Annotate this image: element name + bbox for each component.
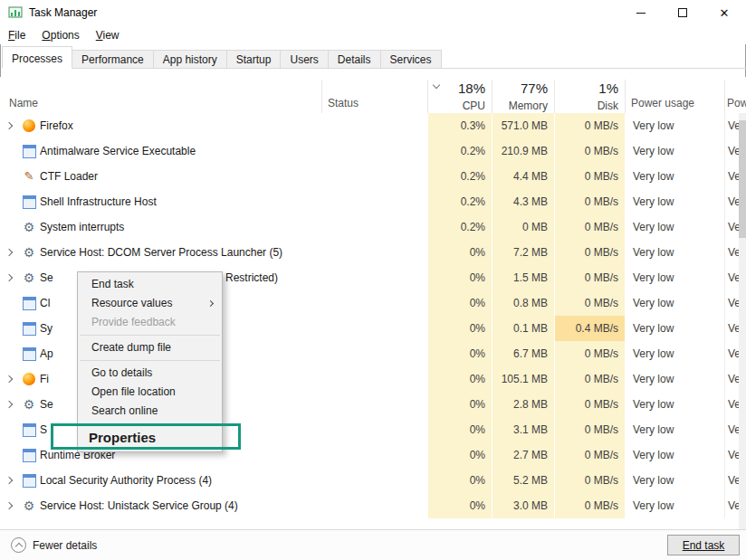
- collapse-details-icon[interactable]: [11, 537, 26, 553]
- table-row[interactable]: Service Host: Unistack Service Group (4)…: [0, 493, 739, 518]
- power-usage-cell: Very low: [625, 417, 724, 442]
- context-menu-item-label: Provide feedback: [91, 316, 176, 328]
- context-menu-item-label: Open file location: [91, 385, 176, 398]
- disk-cell: 0 MB/s: [554, 214, 625, 240]
- menu-options[interactable]: Options: [33, 27, 87, 43]
- status-cell: [321, 138, 427, 164]
- column-header-power-usage-trend[interactable]: Pow: [727, 97, 746, 109]
- cpu-cell: 0%: [427, 366, 492, 392]
- table-row[interactable]: Shell Infrastructure Host0.2%4.3 MB0 MB/…: [0, 189, 739, 214]
- window-icon: [18, 290, 40, 316]
- power-usage-cell: Very low: [625, 240, 724, 265]
- expand-chevron-icon[interactable]: [0, 113, 18, 138]
- status-cell: [321, 113, 427, 138]
- table-row[interactable]: Local Security Authority Process (4)0%5.…: [0, 468, 739, 493]
- context-menu-item-search-online[interactable]: Search online: [78, 402, 222, 421]
- status-cell: [321, 417, 427, 442]
- table-row[interactable]: CTF Loader0.2%4.4 MB0 MB/sVery lowVe: [0, 164, 739, 189]
- scrollbar-thumb[interactable]: [739, 120, 746, 238]
- memory-label: Memory: [492, 100, 548, 112]
- column-header-memory[interactable]: 77% Memory: [492, 81, 548, 112]
- firefox-icon: [18, 366, 40, 392]
- end-task-button[interactable]: End task: [667, 535, 740, 555]
- context-menu-item-create-dump-file[interactable]: Create dump file: [78, 338, 222, 357]
- expand-chevron-icon[interactable]: [0, 265, 18, 290]
- column-header-disk[interactable]: 1% Disk: [554, 81, 618, 112]
- context-menu-item-resource-values[interactable]: Resource values: [78, 294, 222, 313]
- memory-cell: 4.4 MB: [492, 164, 554, 189]
- window-icon: [18, 138, 40, 164]
- status-cell: [321, 493, 427, 518]
- fewer-details-toggle[interactable]: Fewer details: [33, 539, 97, 552]
- submenu-chevron-icon: [207, 300, 214, 307]
- minimize-button[interactable]: [620, 0, 662, 25]
- tab-details[interactable]: Details: [328, 50, 381, 69]
- vertical-scrollbar[interactable]: [739, 113, 746, 529]
- disk-cell: 0 MB/s: [554, 366, 625, 392]
- expand-chevron-icon[interactable]: [0, 392, 18, 417]
- context-menu-item-open-file-location[interactable]: Open file location: [78, 383, 222, 402]
- tab-users[interactable]: Users: [280, 50, 328, 69]
- expand-chevron-icon[interactable]: [0, 366, 18, 392]
- memory-total-percent: 77%: [492, 81, 548, 96]
- cpu-cell: 0%: [427, 290, 492, 316]
- disk-cell: 0 MB/s: [554, 189, 625, 214]
- column-header-status[interactable]: Status: [328, 97, 359, 109]
- context-menu-item-end-task[interactable]: End task: [78, 275, 222, 294]
- column-header-cpu[interactable]: 18% CPU: [427, 81, 485, 112]
- expand-chevron-icon[interactable]: [0, 468, 18, 493]
- chevron-spacer: [0, 341, 18, 366]
- context-menu-item-properties[interactable]: Properties: [78, 427, 222, 449]
- gear-icon: [18, 493, 40, 518]
- table-row[interactable]: Antimalware Service Executable0.2%210.9 …: [0, 138, 739, 164]
- expand-chevron-icon[interactable]: [0, 240, 18, 265]
- process-name: Service Host: Unistack Service Group (4): [40, 493, 321, 518]
- table-row[interactable]: System interrupts0.2%0 MB0 MB/sVery lowV…: [0, 214, 739, 240]
- task-manager-icon: [8, 5, 23, 20]
- context-menu-item-label: Search online: [91, 404, 158, 417]
- menu-file[interactable]: File: [0, 27, 33, 43]
- table-row[interactable]: Service Host: DCOM Server Process Launch…: [0, 240, 739, 265]
- close-button[interactable]: ✕: [703, 0, 745, 25]
- menu-view[interactable]: View: [88, 27, 128, 43]
- memory-cell: 210.9 MB: [492, 138, 554, 164]
- memory-cell: 3.0 MB: [492, 493, 554, 518]
- table-row[interactable]: Firefox0.3%571.0 MB0 MB/sVery lowVe: [0, 113, 739, 138]
- memory-cell: 7.2 MB: [492, 240, 554, 265]
- title-bar: Task Manager ✕: [0, 0, 746, 25]
- status-cell: [321, 468, 427, 493]
- context-menu-item-provide-feedback: Provide feedback: [78, 313, 222, 332]
- chevron-spacer: [0, 214, 18, 240]
- tab-performance[interactable]: Performance: [72, 50, 154, 69]
- window-icon: [18, 417, 40, 442]
- context-menu-item-go-to-details[interactable]: Go to details: [78, 364, 222, 383]
- tab-processes[interactable]: Processes: [2, 46, 72, 69]
- tab-app-history[interactable]: App history: [153, 50, 227, 69]
- disk-cell: 0 MB/s: [554, 164, 625, 189]
- power-usage-cell: Very low: [625, 341, 724, 366]
- column-header-power-usage[interactable]: Power usage: [631, 97, 694, 109]
- window-icon: [18, 442, 40, 468]
- power-usage-cell: Very low: [625, 290, 724, 316]
- process-name-suffix: Restricted): [225, 265, 278, 290]
- maximize-button[interactable]: [662, 0, 703, 25]
- chevron-spacer: [0, 316, 18, 341]
- power-usage-cell: Very low: [625, 138, 724, 164]
- disk-cell: 0 MB/s: [554, 341, 625, 366]
- power-usage-cell: Very low: [625, 164, 724, 189]
- tab-services[interactable]: Services: [380, 50, 442, 69]
- memory-cell: 3.1 MB: [492, 417, 554, 442]
- tab-startup[interactable]: Startup: [226, 50, 282, 69]
- column-header-name[interactable]: Name: [9, 97, 38, 109]
- power-trend-cell: Ve: [724, 341, 739, 366]
- context-menu: End taskResource valuesProvide feedbackC…: [77, 271, 223, 452]
- gear-icon: [18, 214, 40, 240]
- disk-cell: 0 MB/s: [554, 417, 625, 442]
- power-trend-cell: Ve: [724, 468, 739, 493]
- chevron-spacer: [0, 417, 18, 442]
- menu-separator: [80, 360, 220, 361]
- expand-chevron-icon[interactable]: [0, 493, 18, 518]
- process-name: Service Host: DCOM Server Process Launch…: [40, 240, 321, 265]
- column-divider: [625, 80, 626, 113]
- memory-cell: 2.7 MB: [492, 442, 554, 468]
